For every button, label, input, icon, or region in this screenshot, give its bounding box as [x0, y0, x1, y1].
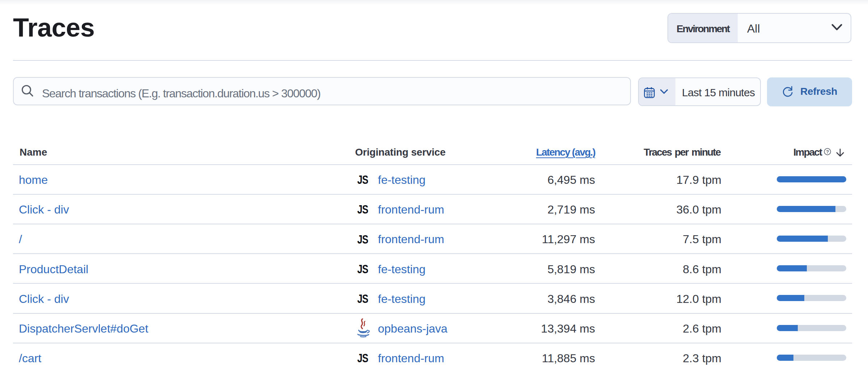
svg-text:?: ?: [826, 149, 829, 155]
